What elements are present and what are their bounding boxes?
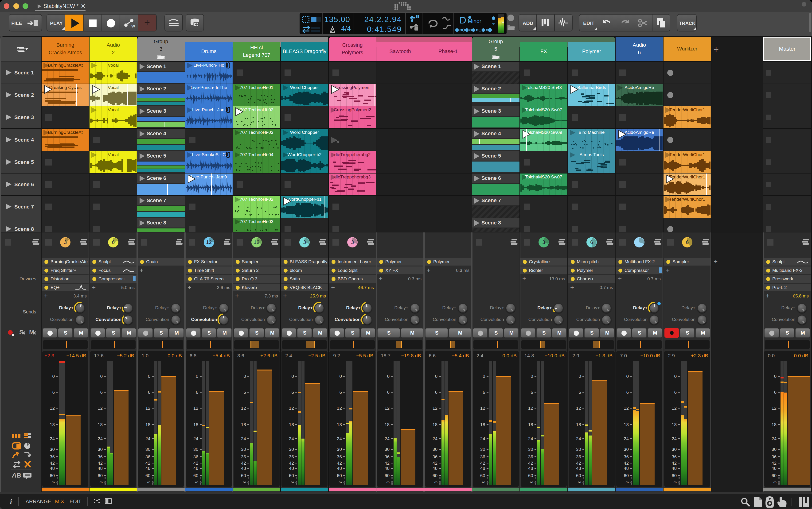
svg-text:M: M [29, 329, 34, 336]
svg-text:A: A [12, 472, 17, 479]
svg-text:B: B [17, 472, 21, 479]
svg-text:w: w [131, 23, 135, 29]
